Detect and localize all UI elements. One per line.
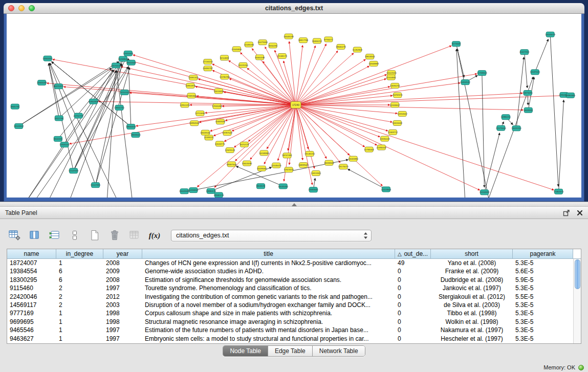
cell-title[interactable]: Embryonic stem cells: a model to study s…: [142, 335, 395, 343]
cell-out_de[interactable]: 0: [395, 318, 431, 326]
network-node[interactable]: 19818304: [365, 54, 375, 59]
network-node[interactable]: 15268844: [118, 56, 128, 61]
cell-out_de[interactable]: 0: [395, 276, 431, 284]
network-node[interactable]: 19173073: [338, 164, 349, 169]
cell-name[interactable]: 9699695: [7, 318, 56, 326]
network-node[interactable]: 21605850: [232, 47, 242, 52]
network-node[interactable]: 16146150: [304, 151, 315, 157]
network-node[interactable]: 12629129: [225, 148, 235, 153]
vertical-scrollbar[interactable]: [573, 259, 581, 343]
network-node[interactable]: 14084252: [390, 83, 400, 88]
network-node[interactable]: 9824339: [54, 136, 63, 141]
cell-year[interactable]: 2008: [103, 276, 142, 284]
network-node[interactable]: 12419844: [381, 187, 391, 192]
delete-column-button[interactable]: [107, 228, 122, 243]
cell-title[interactable]: Estimation of significance thresholds fo…: [142, 276, 395, 284]
network-node[interactable]: 20475584: [257, 40, 268, 45]
cell-name[interactable]: 18724007: [7, 259, 56, 267]
cell-name[interactable]: 18300295: [7, 276, 56, 284]
network-node[interactable]: 13018457: [213, 89, 224, 94]
cell-in_degree[interactable]: 1: [56, 326, 103, 334]
cell-short[interactable]: Wolkin et al. (1998): [431, 318, 513, 326]
network-node[interactable]: 20346607: [390, 102, 400, 107]
network-node[interactable]: 18436565: [324, 160, 334, 165]
network-node[interactable]: 13841720: [114, 105, 124, 110]
network-node[interactable]: 12926102: [59, 142, 70, 147]
network-node[interactable]: 11189221: [204, 135, 214, 140]
network-node[interactable]: 18940174: [214, 192, 224, 198]
table-row[interactable]: 2242004622012Investigating the contribut…: [7, 293, 581, 301]
column-header-out_de[interactable]: △ out_de...: [395, 249, 431, 259]
table-settings-button[interactable]: [7, 228, 23, 243]
citation-network-graph[interactable]: 1331040898657362283286493227391526884498…: [7, 14, 581, 198]
cell-year[interactable]: 1997: [103, 284, 142, 292]
network-node[interactable]: 16616069: [393, 120, 403, 125]
window-close-button[interactable]: [8, 5, 14, 11]
network-node[interactable]: 12951376: [180, 102, 190, 107]
network-node[interactable]: 9210839: [220, 55, 229, 60]
table-row[interactable]: 946362711997Embryonic stem cells: a mode…: [7, 335, 581, 343]
cell-name[interactable]: 14569117: [7, 301, 56, 309]
network-node[interactable]: 20125150: [238, 62, 248, 68]
network-node[interactable]: 11835009: [380, 136, 390, 141]
window-zoom-button[interactable]: [29, 5, 35, 11]
network-node[interactable]: 18103302: [14, 123, 24, 128]
cell-in_degree[interactable]: 1: [56, 335, 103, 343]
network-node[interactable]: 13560651: [42, 56, 53, 61]
cell-short[interactable]: Hescheler et al. (1997): [431, 335, 513, 343]
cell-pagerank[interactable]: 5.3E-5: [513, 309, 573, 317]
network-node[interactable]: 16648199: [284, 34, 294, 39]
cell-year[interactable]: 1997: [103, 335, 142, 343]
table-selector-dropdown[interactable]: citations_edges.txt: [171, 230, 372, 242]
cell-year[interactable]: 1998: [103, 318, 142, 326]
network-node[interactable]: 16045430: [278, 184, 288, 189]
cell-in_degree[interactable]: 1: [56, 309, 103, 317]
network-node[interactable]: 11788408: [364, 147, 375, 152]
cell-title[interactable]: Structural magnetic resonance image aver…: [142, 318, 395, 326]
network-node[interactable]: 19593520: [130, 133, 141, 138]
table-row[interactable]: 977716911998Corpus callosum shape and si…: [7, 309, 581, 317]
cell-out_de[interactable]: 0: [395, 326, 431, 334]
cell-short[interactable]: de Silva et al. (2003): [431, 301, 513, 309]
network-node[interactable]: 12823016: [284, 167, 294, 172]
show-columns-button[interactable]: [27, 228, 42, 243]
cell-title[interactable]: Disruption of a novel member of a sodium…: [142, 301, 395, 309]
table-row[interactable]: 1456911722003Disruption of a novel membe…: [7, 301, 581, 309]
cell-out_de[interactable]: 0: [395, 267, 431, 275]
network-node[interactable]: 21504681: [386, 75, 396, 80]
network-node[interactable]: 14047020: [530, 70, 540, 75]
network-node[interactable]: 13310408: [123, 51, 134, 56]
column-header-year[interactable]: year: [103, 249, 142, 259]
network-node[interactable]: 20694787: [203, 66, 213, 71]
network-node[interactable]: 13391323: [188, 75, 199, 80]
network-node[interactable]: 16984563: [189, 121, 200, 126]
network-node[interactable]: 19980385: [565, 93, 576, 98]
import-table-button[interactable]: [127, 228, 142, 243]
float-panel-icon[interactable]: [563, 209, 570, 216]
cell-short[interactable]: Dudbridge et al. (2008): [431, 276, 513, 284]
network-node[interactable]: 21573444: [496, 125, 506, 130]
network-node[interactable]: 18747491: [282, 153, 292, 158]
network-node[interactable]: 9370729: [240, 142, 249, 147]
network-node[interactable]: 11813320: [311, 171, 321, 176]
network-node[interactable]: 10649479: [545, 32, 555, 37]
network-window-titlebar[interactable]: citations_edges.txt: [4, 3, 584, 14]
network-node[interactable]: 11669712: [388, 129, 398, 135]
network-node[interactable]: 13099463: [257, 166, 267, 171]
cell-name[interactable]: 9115460: [7, 284, 56, 292]
cell-pagerank[interactable]: 5.3E-5: [513, 335, 573, 343]
cell-pagerank[interactable]: 5.3E-5: [513, 284, 573, 292]
network-node[interactable]: 17482670: [554, 189, 564, 194]
cell-short[interactable]: Stergiakouli et al. (2012): [431, 293, 513, 301]
cell-title[interactable]: Investigating the contribution of common…: [142, 293, 395, 301]
cell-out_de[interactable]: 0: [395, 335, 431, 343]
table-row[interactable]: 1872400712008Changes of HCN gene express…: [7, 259, 581, 267]
network-node[interactable]: 12535676: [271, 163, 281, 168]
table-row[interactable]: 911546021997Tourette syndrome. Phenomeno…: [7, 284, 581, 292]
network-node[interactable]: 11282909: [353, 47, 363, 52]
scrollbar-thumb[interactable]: [575, 259, 580, 289]
network-node[interactable]: 20732713: [73, 113, 83, 118]
network-node[interactable]: 12633773: [215, 141, 225, 146]
cell-pagerank[interactable]: 5.3E-5: [513, 259, 573, 267]
network-node[interactable]: 20258656: [188, 188, 199, 193]
